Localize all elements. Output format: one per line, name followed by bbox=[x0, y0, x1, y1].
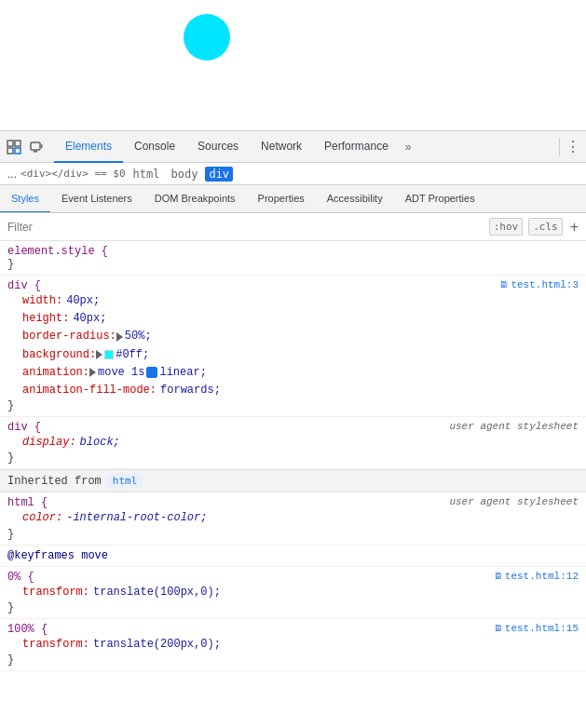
keyframe-100-rule: 100% { 🗎 test.html:15 transform: transla… bbox=[0, 619, 586, 671]
svg-rect-0 bbox=[7, 141, 13, 146]
rule-close-div: } bbox=[7, 399, 579, 412]
sub-tab-properties[interactable]: Properties bbox=[247, 185, 316, 213]
rule-link-test15[interactable]: 🗎 test.html:15 bbox=[494, 623, 579, 634]
rule-link-test3[interactable]: 🗎 test.html:3 bbox=[499, 279, 579, 290]
devtools-panel: Elements Console Sources Network Perform… bbox=[0, 130, 586, 728]
div-ua-selector[interactable]: div { bbox=[7, 421, 41, 434]
add-style-button[interactable]: + bbox=[570, 219, 579, 236]
html-selector[interactable]: html { bbox=[7, 496, 48, 509]
link-label-12: test.html:12 bbox=[505, 571, 579, 582]
svg-rect-6 bbox=[34, 151, 37, 153]
hov-button[interactable]: :hov bbox=[489, 218, 524, 236]
device-icon[interactable] bbox=[26, 137, 47, 157]
tab-console[interactable]: Console bbox=[123, 131, 186, 163]
sub-tab-styles[interactable]: Styles bbox=[0, 185, 50, 213]
sub-tab-adt-properties[interactable]: ADT Properties bbox=[394, 185, 486, 213]
sub-tab-event-listeners[interactable]: Event Listeners bbox=[50, 185, 143, 213]
prop-animation: animation: move 1s linear; bbox=[7, 364, 579, 382]
breadcrumb-html[interactable]: html bbox=[129, 167, 164, 182]
tab-elements[interactable]: Elements bbox=[54, 131, 123, 163]
prop-name-transform-100[interactable]: transform: bbox=[22, 636, 89, 654]
triangle-anim-icon[interactable] bbox=[89, 368, 96, 377]
rule-header: div { 🗎 test.html:3 bbox=[7, 279, 579, 292]
prop-value-animation-linear: linear; bbox=[159, 364, 206, 382]
styles-panel-content: element.style { } div { 🗎 test.html:3 wi… bbox=[0, 241, 586, 728]
color-swatch-bg[interactable] bbox=[104, 350, 114, 359]
prop-name-width[interactable]: width: bbox=[22, 292, 62, 310]
prop-display: display: block; bbox=[7, 434, 579, 452]
prop-transform-0: transform: translate(100px,0); bbox=[7, 584, 579, 601]
keyframe-100-header: 100% { 🗎 test.html:15 bbox=[7, 623, 579, 636]
html-rule: html { user agent stylesheet color: -int… bbox=[0, 492, 586, 545]
tab-performance[interactable]: Performance bbox=[313, 131, 400, 163]
prop-border-radius: border-radius: 50%; bbox=[7, 328, 579, 345]
prop-value-width: 40px; bbox=[66, 292, 100, 310]
prop-animation-fill-mode: animation-fill-mode: forwards; bbox=[7, 382, 579, 399]
prop-name-background[interactable]: background: bbox=[22, 346, 96, 364]
prop-name-animation[interactable]: animation: bbox=[22, 364, 89, 382]
svg-rect-2 bbox=[15, 141, 20, 146]
rule-selector[interactable]: element.style { bbox=[7, 245, 108, 258]
prop-value-color: -internal-root-color; bbox=[66, 509, 207, 527]
keyframes-rule: @keyframes move bbox=[0, 546, 586, 567]
animation-checkbox-icon[interactable] bbox=[146, 367, 157, 378]
inherited-label: Inherited from bbox=[7, 475, 102, 488]
div-selector[interactable]: div { bbox=[7, 279, 41, 292]
filter-buttons: :hov .cls + bbox=[489, 218, 579, 236]
rule-close-0: } bbox=[7, 601, 579, 614]
filter-bar: :hov .cls + bbox=[0, 213, 586, 241]
link-icon-15: 🗎 bbox=[494, 623, 503, 634]
prop-name-color[interactable]: color: bbox=[22, 509, 62, 527]
breadcrumb-body[interactable]: body bbox=[168, 167, 202, 182]
prop-width: width: 40px; bbox=[7, 292, 579, 310]
more-tabs-button[interactable]: » bbox=[400, 141, 417, 154]
sub-tab-accessibility[interactable]: Accessibility bbox=[316, 185, 394, 213]
svg-rect-1 bbox=[7, 148, 13, 154]
breadcrumb-bar: ... <div></div> == $0 html body div bbox=[0, 163, 586, 185]
ua-label-html: user agent stylesheet bbox=[449, 496, 579, 507]
prop-name-display[interactable]: display: bbox=[22, 434, 76, 452]
prop-value-border-radius: 50%; bbox=[125, 328, 152, 345]
prop-color: color: -internal-root-color; bbox=[7, 509, 579, 527]
toolbar-separator bbox=[559, 138, 560, 156]
prop-name-height[interactable]: height: bbox=[22, 310, 69, 328]
prop-name-border-radius[interactable]: border-radius: bbox=[22, 328, 116, 345]
prop-value-animation-fill-mode: forwards; bbox=[160, 382, 221, 399]
ua-label: user agent stylesheet bbox=[449, 421, 579, 432]
keyframe-0-header: 0% { 🗎 test.html:12 bbox=[7, 571, 579, 584]
rule-link-test12[interactable]: 🗎 test.html:12 bbox=[494, 571, 579, 582]
keyframe-100-selector[interactable]: 100% { bbox=[7, 623, 48, 636]
rule-close-100: } bbox=[7, 654, 579, 667]
triangle-bg-icon[interactable] bbox=[96, 350, 102, 359]
rule-header: element.style { bbox=[7, 245, 579, 258]
prop-value-display: block; bbox=[80, 434, 120, 452]
breadcrumb-div[interactable]: div bbox=[205, 167, 233, 182]
devtools-toolbar: Elements Console Sources Network Perform… bbox=[0, 131, 586, 163]
devtools-menu-button[interactable]: ⋮ bbox=[564, 138, 582, 156]
link-label: test.html:3 bbox=[511, 279, 579, 290]
animated-circle bbox=[184, 14, 230, 61]
breadcrumb-ellipsis: ... bbox=[7, 168, 17, 181]
tab-network[interactable]: Network bbox=[250, 131, 313, 163]
keyframes-selector[interactable]: @keyframes move bbox=[7, 549, 108, 562]
tab-sources[interactable]: Sources bbox=[186, 131, 250, 163]
keyframes-header: @keyframes move bbox=[7, 549, 579, 562]
rule-header-ua: div { user agent stylesheet bbox=[7, 421, 579, 434]
sub-tab-dom-breakpoints[interactable]: DOM Breakpoints bbox=[143, 185, 247, 213]
div-ua-rule: div { user agent stylesheet display: blo… bbox=[0, 417, 586, 469]
prop-name-animation-fill-mode[interactable]: animation-fill-mode: bbox=[22, 382, 157, 399]
toolbar-icons bbox=[4, 137, 47, 157]
triangle-icon[interactable] bbox=[116, 332, 123, 342]
prop-name-transform-0[interactable]: transform: bbox=[22, 584, 89, 601]
rule-close-div-ua: } bbox=[7, 452, 579, 465]
link-icon: 🗎 bbox=[499, 279, 509, 290]
rule-header-html: html { user agent stylesheet bbox=[7, 496, 579, 509]
prop-value-height: 40px; bbox=[73, 310, 106, 328]
inherited-tag[interactable]: html bbox=[107, 474, 143, 488]
inspect-icon[interactable] bbox=[4, 137, 24, 157]
keyframe-0-selector[interactable]: 0% { bbox=[7, 571, 34, 584]
filter-input[interactable] bbox=[7, 221, 489, 234]
percent-100: 100% bbox=[7, 623, 34, 636]
cls-button[interactable]: .cls bbox=[528, 218, 563, 236]
viewport bbox=[0, 0, 586, 130]
